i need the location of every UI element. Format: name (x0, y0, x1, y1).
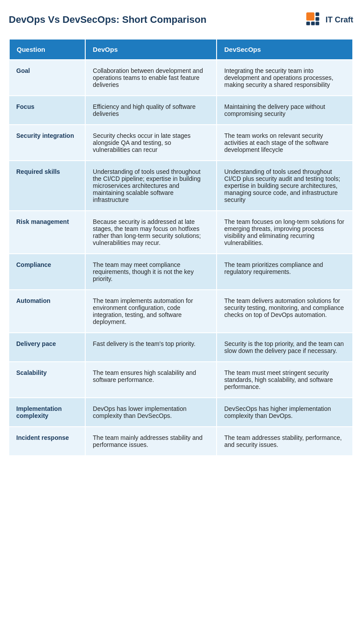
cell-devsecops: Security is the top priority, and the te… (217, 333, 353, 362)
svg-rect-2 (311, 22, 315, 25)
table-row: Security integrationSecurity checks occu… (9, 125, 353, 161)
cell-question: Scalability (9, 362, 85, 398)
svg-rect-0 (306, 12, 314, 20)
table-row: Incident responseThe team mainly address… (9, 427, 353, 456)
table-row: GoalCollaboration between development an… (9, 60, 353, 96)
table-row: AutomationThe team implements automation… (9, 290, 353, 333)
cell-devops: DevOps has lower implementation complexi… (85, 398, 217, 427)
cell-devsecops: The team delivers automation solutions f… (217, 290, 353, 333)
cell-devops: Because security is addressed at late st… (85, 211, 217, 254)
cell-question: Compliance (9, 254, 85, 290)
page-title: DevOps Vs DevSecOps: Short Comparison (9, 14, 206, 25)
table-row: Risk managementBecause security is addre… (9, 211, 353, 254)
table-row: Required skillsUnderstanding of tools us… (9, 161, 353, 211)
cell-devsecops: The team addresses stability, performanc… (217, 427, 353, 456)
table-row: Implementation complexityDevOps has lowe… (9, 398, 353, 427)
cell-devops: Collaboration between development and op… (85, 60, 217, 96)
col-devops: DevOps (85, 39, 217, 60)
cell-question: Focus (9, 96, 85, 125)
cell-question: Implementation complexity (9, 398, 85, 427)
cell-question: Incident response (9, 427, 85, 456)
cell-devsecops: Integrating the security team into devel… (217, 60, 353, 96)
col-devsecops: DevSecOps (217, 39, 353, 60)
logo: IT Craft (304, 11, 353, 29)
cell-question: Security integration (9, 125, 85, 161)
cell-devops: The team mainly addresses stability and … (85, 427, 217, 456)
table-row: ScalabilityThe team ensures high scalabi… (9, 362, 353, 398)
cell-devops: Efficiency and high quality of software … (85, 96, 217, 125)
logo-icon (304, 11, 323, 29)
cell-devops: Security checks occur in late stages alo… (85, 125, 217, 161)
cell-devsecops: Understanding of tools used throughout C… (217, 161, 353, 211)
comparison-table: Question DevOps DevSecOps GoalCollaborat… (9, 39, 353, 456)
cell-devops: Understanding of tools used throughout t… (85, 161, 217, 211)
cell-devsecops: Maintaining the delivery pace without co… (217, 96, 353, 125)
cell-devsecops: The team focuses on long-term solutions … (217, 211, 353, 254)
svg-rect-1 (306, 22, 310, 25)
svg-rect-5 (315, 22, 319, 25)
logo-text: IT Craft (326, 15, 353, 25)
cell-devops: Fast delivery is the team's top priority… (85, 333, 217, 362)
table-header-row: Question DevOps DevSecOps (9, 39, 353, 60)
cell-devops: The team may meet compliance requirement… (85, 254, 217, 290)
table-row: FocusEfficiency and high quality of soft… (9, 96, 353, 125)
svg-rect-4 (315, 17, 319, 21)
cell-question: Automation (9, 290, 85, 333)
cell-devsecops: The team works on relevant security acti… (217, 125, 353, 161)
page-header: DevOps Vs DevSecOps: Short Comparison IT… (9, 11, 353, 29)
cell-devops: The team ensures high scalability and so… (85, 362, 217, 398)
cell-devsecops: The team prioritizes compliance and regu… (217, 254, 353, 290)
cell-question: Required skills (9, 161, 85, 211)
cell-question: Goal (9, 60, 85, 96)
cell-question: Risk management (9, 211, 85, 254)
cell-devsecops: The team must meet stringent security st… (217, 362, 353, 398)
table-row: Delivery paceFast delivery is the team's… (9, 333, 353, 362)
svg-rect-3 (315, 12, 319, 16)
cell-devsecops: DevSecOps has higher implementation comp… (217, 398, 353, 427)
col-question: Question (9, 39, 85, 60)
cell-devops: The team implements automation for envir… (85, 290, 217, 333)
table-row: ComplianceThe team may meet compliance r… (9, 254, 353, 290)
cell-question: Delivery pace (9, 333, 85, 362)
page: DevOps Vs DevSecOps: Short Comparison IT… (0, 0, 362, 469)
